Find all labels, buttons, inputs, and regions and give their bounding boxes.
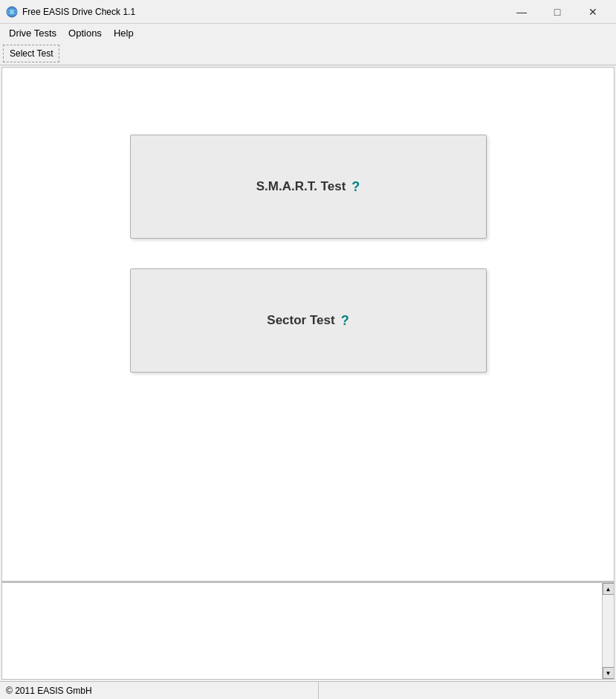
menu-options[interactable]: Options — [62, 25, 108, 41]
minimize-button[interactable]: — — [505, 1, 539, 22]
window-controls: — □ ✕ — [505, 1, 610, 22]
scroll-down-button[interactable]: ▼ — [603, 667, 615, 679]
sector-help-icon[interactable]: ? — [341, 313, 349, 329]
title-bar: Free EASIS Drive Check 1.1 — □ ✕ — [0, 0, 616, 24]
scrollbar-track — [603, 595, 614, 667]
status-right — [319, 682, 616, 699]
content-panel: S.M.A.R.T. Test ? Sector Test ? — [2, 68, 614, 582]
scroll-up-button[interactable]: ▲ — [603, 583, 615, 595]
menu-help[interactable]: Help — [108, 25, 140, 41]
smart-test-text: S.M.A.R.T. Test — [256, 179, 346, 194]
sector-test-button[interactable]: Sector Test ? — [130, 268, 487, 373]
status-bar: © 2011 EASIS GmbH — [0, 681, 616, 699]
smart-help-icon[interactable]: ? — [351, 179, 360, 195]
smart-test-button[interactable]: S.M.A.R.T. Test ? — [130, 135, 487, 239]
menu-bar: Drive Tests Options Help — [0, 24, 616, 42]
maximize-button[interactable]: □ — [540, 1, 574, 22]
log-area: ▲ ▼ — [2, 582, 614, 679]
select-test-button[interactable]: Select Test — [3, 45, 59, 62]
smart-test-label: S.M.A.R.T. Test ? — [256, 179, 360, 195]
sector-test-text: Sector Test — [267, 313, 334, 328]
sector-test-label: Sector Test ? — [267, 313, 348, 329]
log-scrollbar: ▲ ▼ — [602, 583, 614, 679]
svg-point-1 — [10, 10, 14, 14]
menu-drive-tests[interactable]: Drive Tests — [3, 25, 62, 41]
toolbar: Select Test — [0, 42, 616, 65]
close-button[interactable]: ✕ — [576, 1, 610, 22]
status-copyright: © 2011 EASIS GmbH — [0, 682, 319, 699]
main-area: S.M.A.R.T. Test ? Sector Test ? ▲ ▼ — [1, 67, 615, 680]
log-content — [2, 583, 602, 679]
app-icon — [6, 6, 18, 18]
window-title: Free EASIS Drive Check 1.1 — [22, 7, 505, 17]
